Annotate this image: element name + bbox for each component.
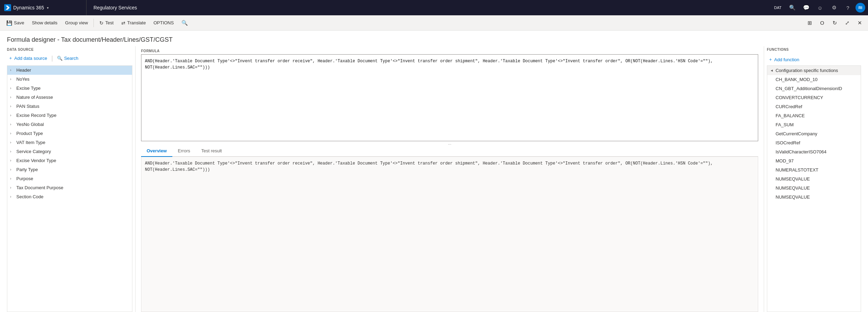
function-item[interactable]: MOD_97 xyxy=(767,157,861,166)
page-header: Formula designer - Tax document/Header/L… xyxy=(0,31,868,46)
tree-item-chevron: › xyxy=(10,159,14,162)
settings-icon[interactable]: ⚙ xyxy=(828,1,840,14)
tree-item-label: YesNo Global xyxy=(16,122,129,127)
function-item[interactable]: FA_BALANCE xyxy=(767,111,861,120)
function-item[interactable]: FA_SUM xyxy=(767,120,861,129)
layout-icon[interactable]: ⊞ xyxy=(804,17,815,29)
function-item[interactable]: NUMSEQVALUE xyxy=(767,175,861,184)
function-item[interactable]: CH_BANK_MOD_10 xyxy=(767,75,861,84)
show-details-button[interactable]: Show details xyxy=(28,17,61,29)
function-item[interactable]: NUMSEQVALUE xyxy=(767,184,861,193)
function-item[interactable]: ISOCredRef xyxy=(767,138,861,147)
tab-item-errors[interactable]: Errors xyxy=(172,145,196,157)
functions-section-label: FUNCTIONS xyxy=(767,46,861,51)
toolbar-right-icons: ⊞ O ↻ ⤢ ✕ xyxy=(804,17,865,29)
datasource-section-label: DATA SOURCE xyxy=(7,46,132,51)
content-area: DATA SOURCE ＋ Add data source | 🔍 Search… xyxy=(0,46,868,312)
right-panel-header: ＋ Add function xyxy=(767,53,861,65)
tree-item-label: Excise Type xyxy=(16,86,129,91)
tree-item-label: PAN Status xyxy=(16,104,129,109)
tree-item[interactable]: ›Purpose xyxy=(7,174,132,183)
test-icon: ↻ xyxy=(99,20,104,26)
close-icon[interactable]: ✕ xyxy=(854,17,865,29)
middle-panel: FORMULA ... OverviewErrorsTest result AN… xyxy=(136,46,764,312)
tab-item-overview[interactable]: Overview xyxy=(141,145,172,157)
refresh-icon[interactable]: ↻ xyxy=(829,17,840,29)
expand-icon[interactable]: ⤢ xyxy=(842,17,853,29)
add-function-icon: ＋ xyxy=(768,56,773,63)
help-icon[interactable]: ? xyxy=(842,1,854,14)
tree-item-label: Tax Document Purpose xyxy=(16,185,129,190)
tree-item-label: Excise Vendor Type xyxy=(16,158,129,163)
right-panel: FUNCTIONS ＋ Add function ◄Configuration … xyxy=(764,46,861,312)
tree-item-chevron: › xyxy=(10,77,14,81)
formula-editor[interactable] xyxy=(141,54,758,141)
tree-item[interactable]: ›Header xyxy=(7,66,132,75)
search-button[interactable]: 🔍 Search xyxy=(56,55,80,62)
function-item[interactable]: CN_GBT_AdditionalDimensionID xyxy=(767,84,861,93)
comment-icon[interactable]: 💬 xyxy=(800,1,812,14)
tree-item[interactable]: ›Product Type xyxy=(7,129,132,138)
function-item[interactable]: CURCredRef xyxy=(767,102,861,111)
group-view-button[interactable]: Group view xyxy=(62,17,91,29)
test-button[interactable]: ↻ Test xyxy=(96,17,117,29)
brand-name: Dynamics 365 xyxy=(13,5,44,10)
emoji-icon[interactable]: ☺ xyxy=(814,1,826,14)
tree-item[interactable]: ›Excise Type xyxy=(7,84,132,93)
top-navigation: Dynamics 365 ▾ Regulatory Services DAT 🔍… xyxy=(0,0,868,15)
add-icon: ＋ xyxy=(8,55,13,61)
functions-list: ◄Configuration specific functionsCH_BANK… xyxy=(767,65,861,312)
tree-item-label: Nature of Assesse xyxy=(16,95,129,100)
app-title: Regulatory Services xyxy=(87,5,144,10)
brand-chevron: ▾ xyxy=(47,6,49,10)
functions-group-label: Configuration specific functions xyxy=(776,68,838,73)
brand-area[interactable]: Dynamics 365 ▾ xyxy=(0,0,86,15)
panel-actions: ＋ Add data source | 🔍 Search xyxy=(7,53,132,63)
function-item[interactable]: NUMSEQVALUE xyxy=(767,193,861,202)
tree-item[interactable]: ›Section Code xyxy=(7,192,132,201)
tab-item-test-result[interactable]: Test result xyxy=(196,145,227,157)
add-function-button[interactable]: ＋ Add function xyxy=(767,56,801,63)
office-icon[interactable]: O xyxy=(817,17,828,29)
translate-button[interactable]: ⇄ Translate xyxy=(118,17,149,29)
tree-item-label: Service Category xyxy=(16,149,129,154)
functions-group-chevron: ◄ xyxy=(770,69,773,72)
function-item[interactable]: GetCurrentCompany xyxy=(767,129,861,138)
tree-item[interactable]: ›NoYes xyxy=(7,75,132,84)
function-item[interactable]: NUMERALSTOTEXT xyxy=(767,166,861,175)
tree-item-label: Excise Record Type xyxy=(16,113,129,118)
tree-item[interactable]: ›PAN Status xyxy=(7,102,132,111)
save-button[interactable]: 💾 Save xyxy=(3,17,28,29)
search-icon[interactable]: 🔍 xyxy=(786,1,799,14)
tree-item-chevron: › xyxy=(10,186,14,190)
tree-item-chevron: › xyxy=(10,113,14,117)
tree-item[interactable]: ›Tax Document Purpose xyxy=(7,183,132,192)
tree-item[interactable]: ›Party Type xyxy=(7,165,132,174)
add-datasource-button[interactable]: ＋ Add data source xyxy=(7,54,49,62)
tree-item-label: Product Type xyxy=(16,131,129,136)
tree-item-label: Purpose xyxy=(16,176,129,181)
tree-item[interactable]: ›VAT Item Type xyxy=(7,138,132,147)
tree-item[interactable]: ›Service Category xyxy=(7,147,132,156)
function-item[interactable]: CONVERTCURRENCY xyxy=(767,93,861,102)
tree-item-chevron: › xyxy=(10,86,14,90)
tree-item-chevron: › xyxy=(10,177,14,181)
tree-item[interactable]: ›Nature of Assesse xyxy=(7,93,132,102)
formula-dragger[interactable]: ... xyxy=(141,141,758,145)
translate-icon: ⇄ xyxy=(121,20,125,26)
tree-item[interactable]: ›YesNo Global xyxy=(7,120,132,129)
toolbar: 💾 Save Show details Group view ↻ Test ⇄ … xyxy=(0,15,868,31)
tree-item[interactable]: ›Excise Vendor Type xyxy=(7,156,132,165)
tree-item-label: VAT Item Type xyxy=(16,140,129,145)
functions-group-header[interactable]: ◄Configuration specific functions xyxy=(767,66,861,75)
user-avatar[interactable]: RI xyxy=(855,3,865,13)
function-item[interactable]: IsValidCharacterISO7064 xyxy=(767,147,861,157)
tree-item-chevron: › xyxy=(10,150,14,153)
tree-item[interactable]: ›Excise Record Type xyxy=(7,111,132,120)
toolbar-search-button[interactable]: 🔍 xyxy=(178,17,191,29)
tree-item-chevron: › xyxy=(10,141,14,144)
options-button[interactable]: OPTIONS xyxy=(150,17,178,29)
datasource-tree: ›Header›NoYes›Excise Type›Nature of Asse… xyxy=(7,65,132,312)
tree-item-label: NoYes xyxy=(16,77,129,82)
page-title: Formula designer - Tax document/Header/L… xyxy=(7,36,861,43)
